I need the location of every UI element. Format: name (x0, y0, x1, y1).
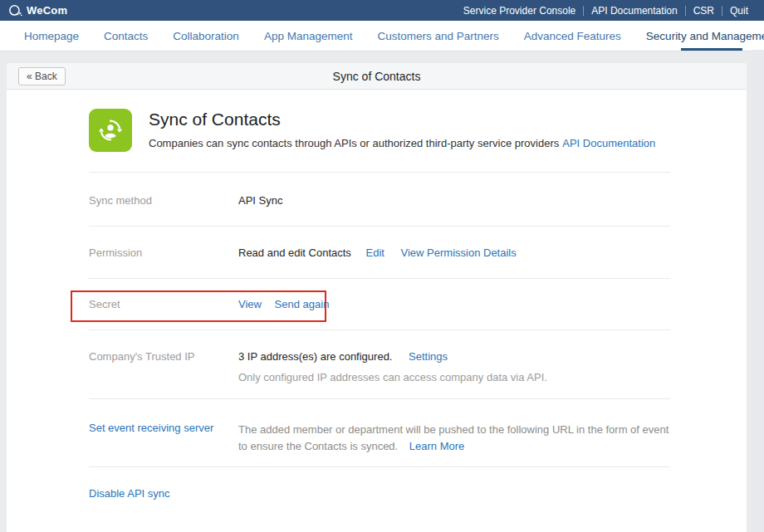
secret-actions: View Send again (238, 298, 329, 310)
secret-view-link[interactable]: View (238, 298, 262, 310)
topbar-link-quit[interactable]: Quit (722, 6, 756, 16)
topbar: WeCom Service Provider Console API Docum… (0, 0, 764, 21)
row-permission: Permission Read and edit Contacts Edit V… (89, 226, 670, 278)
event-server-description-group: The added member or department will be p… (238, 422, 670, 455)
brand-name: WeCom (27, 4, 67, 17)
subheader-bar: « Back Sync of Contacts (7, 63, 747, 90)
nav-item-customers-and-partners[interactable]: Customers and Partners (365, 21, 511, 51)
sync-method-value: API Sync (238, 194, 282, 207)
permission-edit-link[interactable]: Edit (366, 246, 384, 259)
subheader-title: Sync of Contacts (7, 70, 747, 83)
contacts-sync-icon (89, 109, 132, 152)
trusted-ip-label: Company's Trusted IP (89, 350, 238, 363)
row-trusted-ip: Company's Trusted IP 3 IP address(es) ar… (89, 329, 670, 398)
permission-value-group: Read and edit Contacts Edit View Permiss… (238, 246, 517, 259)
learn-more-link[interactable]: Learn More (409, 440, 464, 452)
row-event-server: Set event receiving server The added mem… (89, 398, 670, 466)
page-header-text: Sync of Contacts Companies can sync cont… (149, 109, 655, 152)
topbar-links: Service Provider Console API Documentati… (456, 0, 756, 21)
row-disable-api-sync: Disable API sync (89, 466, 670, 532)
topbar-link-service-provider-console[interactable]: Service Provider Console (456, 6, 583, 16)
permission-value: Read and edit Contacts (238, 246, 351, 259)
secret-label: Secret (89, 298, 238, 310)
nav-item-security-and-management[interactable]: Security and Management (634, 21, 764, 51)
secret-send-again-link[interactable]: Send again (275, 298, 330, 310)
trusted-ip-value-line: 3 IP address(es) are configured. Setting… (238, 350, 547, 363)
nav-item-contacts[interactable]: Contacts (91, 21, 160, 51)
page-subtitle: Companies can sync contacts through APIs… (149, 137, 655, 149)
nav-item-advanced-features[interactable]: Advanced Features (512, 21, 634, 51)
permission-label: Permission (89, 246, 238, 259)
main-nav: Homepage Contacts Collaboration App Mana… (0, 21, 764, 51)
page-title: Sync of Contacts (149, 110, 655, 129)
page-header: Sync of Contacts Companies can sync cont… (89, 109, 670, 152)
page-card: « Back Sync of Contacts Sync of Contacts… (7, 63, 747, 532)
trusted-ip-settings-link[interactable]: Settings (409, 350, 448, 363)
vertical-scrollbar[interactable] (752, 50, 764, 532)
row-sync-method: Sync method API Sync (89, 172, 670, 226)
api-documentation-link[interactable]: API Documentation (562, 137, 655, 149)
view-permission-details-link[interactable]: View Permission Details (401, 246, 517, 259)
sync-method-label: Sync method (89, 194, 238, 207)
page-subtitle-text: Companies can sync contacts through APIs… (149, 137, 559, 149)
trusted-ip-value: 3 IP address(es) are configured. (238, 350, 392, 363)
wecom-bubble-icon (8, 4, 22, 17)
content-area: Sync of Contacts Companies can sync cont… (89, 90, 670, 532)
set-event-server-link[interactable]: Set event receiving server (89, 422, 238, 434)
topbar-link-csr[interactable]: CSR (685, 6, 722, 16)
back-button[interactable]: « Back (18, 67, 66, 85)
disable-api-sync-link[interactable]: Disable API sync (89, 487, 238, 500)
trusted-ip-value-group: 3 IP address(es) are configured. Setting… (238, 350, 547, 383)
nav-item-app-management[interactable]: App Management (252, 21, 365, 51)
nav-item-collaboration[interactable]: Collaboration (160, 21, 252, 51)
row-secret: Secret View Send again (89, 278, 670, 329)
settings-list: Sync method API Sync Permission Read and… (89, 172, 670, 532)
topbar-link-api-documentation[interactable]: API Documentation (583, 6, 684, 16)
trusted-ip-note: Only configured IP addresses can access … (238, 371, 547, 383)
nav-item-homepage[interactable]: Homepage (12, 21, 91, 51)
wecom-logo[interactable]: WeCom (8, 4, 67, 17)
